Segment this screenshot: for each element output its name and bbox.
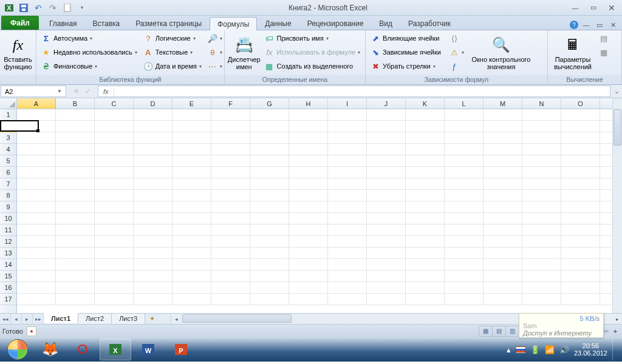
cell[interactable]: [173, 236, 211, 248]
cell[interactable]: [561, 259, 600, 271]
cell[interactable]: [289, 109, 328, 121]
cell[interactable]: [406, 294, 445, 305]
cell[interactable]: [173, 271, 211, 282]
formula-input[interactable]: [114, 86, 610, 96]
cell[interactable]: [367, 144, 406, 155]
cell[interactable]: [561, 201, 600, 213]
cell[interactable]: [561, 178, 600, 190]
lookup-button[interactable]: 🔎: [205, 32, 225, 45]
cell[interactable]: [56, 224, 95, 236]
cell[interactable]: [367, 132, 406, 144]
cell[interactable]: [522, 132, 561, 144]
cell[interactable]: [250, 144, 289, 155]
row-header[interactable]: 10: [0, 213, 16, 224]
cell[interactable]: [17, 190, 56, 201]
cell[interactable]: [406, 190, 445, 201]
cell[interactable]: [95, 155, 134, 167]
column-header[interactable]: G: [250, 98, 289, 109]
cell[interactable]: [522, 155, 561, 167]
autosum-button[interactable]: ΣАвтосумма: [39, 32, 140, 45]
cell[interactable]: [484, 224, 522, 236]
sheet-tab-1[interactable]: Лист1: [44, 313, 78, 323]
new-sheet-button[interactable]: ✦: [145, 314, 159, 324]
taskbar-firefox[interactable]: 🦊: [34, 339, 66, 360]
tray-network-icon[interactable]: 📶: [545, 345, 555, 354]
cell[interactable]: [445, 201, 484, 213]
cell[interactable]: [95, 167, 134, 178]
tab-file[interactable]: Файл: [1, 16, 39, 30]
cell[interactable]: [56, 282, 95, 294]
taskbar-opera[interactable]: O: [67, 339, 98, 360]
cell[interactable]: [445, 144, 484, 155]
cell[interactable]: [17, 282, 56, 294]
vertical-scrollbar[interactable]: [612, 98, 622, 313]
cell[interactable]: [250, 213, 289, 224]
cell[interactable]: [289, 282, 328, 294]
math-trig-button[interactable]: θ: [205, 46, 225, 59]
cell[interactable]: [211, 178, 250, 190]
cell[interactable]: [522, 282, 561, 294]
cell[interactable]: [522, 201, 561, 213]
cell[interactable]: [289, 259, 328, 271]
cell[interactable]: [211, 167, 250, 178]
cell[interactable]: [289, 144, 328, 155]
cell[interactable]: [367, 213, 406, 224]
cell[interactable]: [522, 294, 561, 305]
cell[interactable]: [250, 201, 289, 213]
cell[interactable]: [95, 190, 134, 201]
sheet-tab-3[interactable]: Лист3: [112, 314, 145, 324]
cell[interactable]: [173, 259, 211, 271]
cell[interactable]: [328, 155, 367, 167]
taskbar-excel[interactable]: X: [100, 339, 131, 360]
recently-used-button[interactable]: ★Недавно использовались: [39, 46, 140, 59]
insert-function-button[interactable]: fx Вставить функцию: [2, 32, 33, 74]
cell[interactable]: [289, 167, 328, 178]
cell[interactable]: [328, 178, 367, 190]
cell[interactable]: [173, 294, 211, 305]
cell[interactable]: [445, 121, 484, 132]
cell[interactable]: [250, 294, 289, 305]
cell[interactable]: [484, 282, 522, 294]
cell[interactable]: [484, 178, 522, 190]
cell[interactable]: [17, 155, 56, 167]
sheet-nav-next[interactable]: ▸: [22, 314, 33, 324]
evaluate-formula-button[interactable]: ƒ: [447, 59, 466, 73]
cell[interactable]: [367, 178, 406, 190]
cell[interactable]: [211, 132, 250, 144]
cell[interactable]: [445, 132, 484, 144]
cell[interactable]: [134, 190, 173, 201]
cell[interactable]: [328, 132, 367, 144]
taskbar-powerpoint[interactable]: P: [165, 339, 197, 360]
tray-show-hidden[interactable]: ▴: [507, 345, 511, 354]
cell[interactable]: [173, 178, 211, 190]
cell[interactable]: [484, 144, 522, 155]
cell[interactable]: [95, 213, 134, 224]
cell[interactable]: [173, 167, 211, 178]
column-header[interactable]: A: [17, 98, 56, 109]
cell[interactable]: [561, 132, 600, 144]
row-header[interactable]: 8: [0, 190, 16, 201]
cell[interactable]: [17, 167, 56, 178]
show-formulas-button[interactable]: ⟨⟩: [447, 32, 466, 45]
fx-label-icon[interactable]: fx: [98, 88, 114, 95]
cell[interactable]: [134, 236, 173, 248]
cell[interactable]: [250, 178, 289, 190]
cell[interactable]: [445, 271, 484, 282]
cell[interactable]: [289, 155, 328, 167]
cell[interactable]: [134, 294, 173, 305]
cell[interactable]: [484, 248, 522, 259]
cell[interactable]: [484, 259, 522, 271]
row-header[interactable]: 13: [0, 248, 16, 259]
cell[interactable]: [328, 190, 367, 201]
more-functions-button[interactable]: ⋯: [205, 59, 225, 73]
cell[interactable]: [561, 121, 600, 132]
cell[interactable]: [95, 201, 134, 213]
close-button[interactable]: ✕: [604, 2, 620, 13]
cell[interactable]: [173, 155, 211, 167]
cell[interactable]: [445, 224, 484, 236]
tab-review[interactable]: Рецензирование: [299, 16, 372, 30]
cell[interactable]: [173, 224, 211, 236]
cell[interactable]: [406, 224, 445, 236]
cell[interactable]: [522, 236, 561, 248]
cell[interactable]: [134, 248, 173, 259]
